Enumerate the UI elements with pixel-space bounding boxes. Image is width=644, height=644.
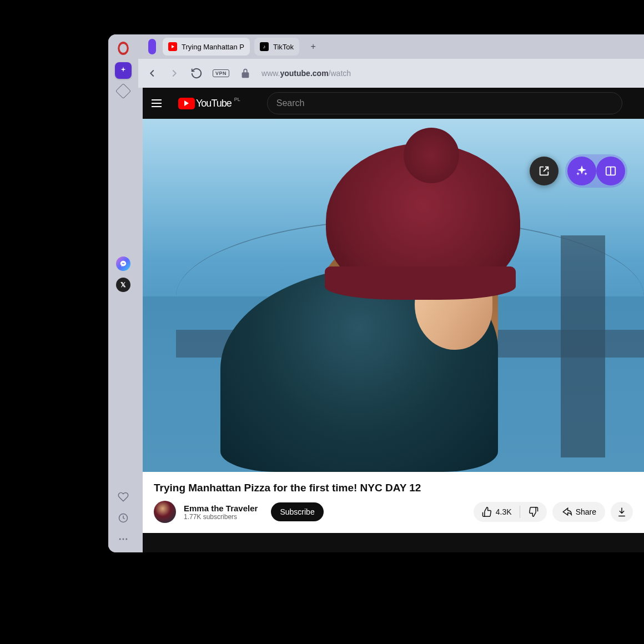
messenger-icon[interactable] [116,256,130,271]
channel-avatar[interactable] [154,501,176,523]
split-screen-button[interactable] [596,157,625,185]
youtube-logo-text: YouTube [196,98,232,109]
like-button[interactable]: 4.3K [474,506,520,517]
video-actions: 4.3K Share [474,502,633,522]
x-twitter-icon[interactable]: 𝕏 [116,278,130,292]
opera-logo[interactable] [116,41,130,56]
svg-point-3 [125,539,127,540]
youtube-play-icon [178,98,195,109]
new-tab-button[interactable]: + [307,41,319,53]
back-button[interactable] [146,67,158,79]
thumbs-down-icon [528,506,539,517]
youtube-header: YouTube PL Search [143,88,644,119]
tab-label: Trying Manhattan P [182,43,244,51]
search-placeholder: Search [276,98,305,108]
aria-button[interactable] [115,62,132,79]
url-domain: youtube.com [280,69,328,78]
opera-sidebar: 𝕏 [108,34,138,552]
video-overlay-controls [530,154,627,188]
svg-point-1 [119,539,121,540]
download-icon [616,506,627,517]
svg-point-2 [123,539,124,540]
popout-icon [538,165,550,177]
url-prefix: www. [261,69,280,78]
share-label: Share [576,507,596,516]
tab-label: TikTok [273,43,294,51]
tab-tiktok[interactable]: ♪ TikTok [254,38,299,56]
tab-youtube[interactable]: Trying Manhattan P [163,38,250,56]
history-icon[interactable] [118,512,129,524]
download-button[interactable] [611,502,633,522]
subscribe-button[interactable]: Subscribe [271,502,323,521]
youtube-favicon [168,42,177,51]
browser-window: 𝕏 Trying Manhattan P ♪ TikTok + VPN www.… [108,34,644,552]
popout-button[interactable] [530,157,559,185]
subscriber-count: 1.77K subscribers [184,513,258,521]
youtube-region: PL [234,97,240,102]
pinboards-icon[interactable] [115,83,131,99]
search-container: Search [267,92,622,114]
like-count: 4.3K [496,507,512,516]
sparkle-icon [575,164,588,178]
url-display[interactable]: www.youtube.com/watch [261,69,351,78]
video-title: Trying Manhattan Pizza for the first tim… [154,482,633,494]
share-icon [561,506,572,517]
split-icon [605,165,617,177]
video-metadata: Trying Manhattan Pizza for the first tim… [143,472,644,533]
dislike-button[interactable] [520,506,547,517]
device-base-shadow [44,561,600,583]
thumbs-up-icon [481,506,492,517]
tab-strip: Trying Manhattan P ♪ TikTok + [138,34,644,59]
youtube-logo[interactable]: YouTube PL [178,98,232,109]
channel-name: Emma the Traveler [184,504,258,513]
video-player[interactable] [143,119,644,472]
heart-icon[interactable] [118,491,129,502]
vpn-badge[interactable]: VPN [213,69,229,77]
sparkle-icon [119,66,128,75]
forward-button [168,67,180,79]
reload-button[interactable] [190,67,203,79]
aria-sparkle-button[interactable] [567,157,596,185]
more-icon[interactable] [118,534,129,545]
share-button[interactable]: Share [552,502,605,522]
page-content: YouTube PL Search [143,88,644,552]
channel-info[interactable]: Emma the Traveler 1.77K subscribers [184,504,258,521]
video-meta-row: Emma the Traveler 1.77K subscribers Subs… [154,501,633,523]
url-path: /watch [329,69,351,78]
hamburger-icon[interactable] [152,97,165,110]
search-input[interactable]: Search [267,92,622,114]
video-person [209,128,531,472]
like-dislike-group: 4.3K [474,502,547,522]
address-bar-row: VPN www.youtube.com/watch [138,59,644,88]
workspace-indicator[interactable] [148,39,156,54]
tiktok-favicon: ♪ [260,42,269,51]
lock-icon [239,67,251,79]
